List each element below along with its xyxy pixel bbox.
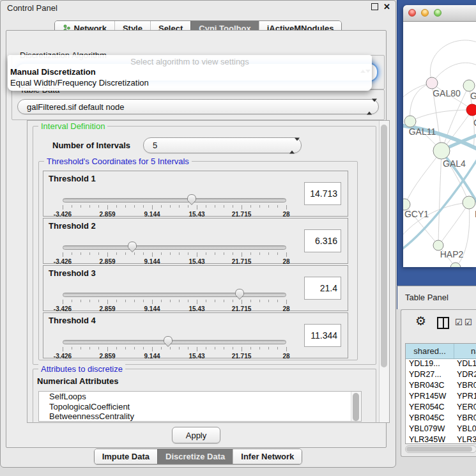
table-cell[interactable]: YER0 — [454, 403, 476, 413]
table-cell[interactable]: YLR345W — [406, 435, 454, 444]
slider-thumb[interactable] — [187, 194, 197, 206]
column-header-name[interactable]: na — [454, 344, 476, 358]
table-cell[interactable]: YBL079W — [406, 424, 454, 435]
tick — [277, 252, 278, 255]
table-row[interactable]: YBR045CYBR0 — [406, 413, 476, 424]
table-cell[interactable]: YBR045C — [406, 413, 454, 424]
slider-thumb[interactable] — [163, 335, 173, 348]
table-cell[interactable]: YBL0 — [454, 424, 476, 435]
slider-thumb[interactable] — [234, 288, 245, 300]
tick — [143, 252, 144, 255]
threshold-slider[interactable]: -3.4262.8599.14415.4321.71528 — [63, 239, 286, 263]
close-traffic-light-icon[interactable] — [408, 9, 416, 17]
checkbox-icon[interactable]: ☑ — [464, 318, 472, 326]
slider-track[interactable] — [63, 245, 286, 250]
scrollbar-thumb[interactable] — [353, 393, 359, 421]
gear-icon[interactable]: ⚙ — [415, 315, 426, 327]
table-row[interactable]: YPR145WYPR1 — [406, 392, 476, 403]
threshold-slider[interactable]: -3.4262.8599.14415.4321.71528 — [63, 192, 286, 216]
scrollbar-thumb[interactable] — [381, 125, 387, 367]
table-cell[interactable]: YDL1 — [454, 359, 476, 370]
table-cell[interactable]: YBR043C — [406, 381, 454, 392]
zoom-traffic-light-icon[interactable] — [434, 9, 441, 17]
table-cell[interactable]: YBR0 — [454, 381, 476, 392]
slider-track[interactable] — [63, 198, 286, 203]
table-cell[interactable]: YBR0 — [454, 413, 476, 424]
column-layout-icon[interactable] — [437, 317, 449, 329]
tick — [277, 205, 278, 208]
network-node[interactable] — [463, 196, 475, 209]
threshold-slider[interactable]: -3.4262.8599.14415.4321.71528 — [63, 334, 286, 358]
network-edge — [410, 83, 431, 121]
table-row[interactable]: YBR043CYBR0 — [406, 381, 476, 392]
tick — [116, 300, 117, 302]
table-row[interactable]: YBL079WYBL0 — [406, 424, 476, 435]
table-cell[interactable]: YER054C — [406, 403, 454, 413]
tick — [242, 347, 242, 351]
table-horizontal-scrollbar[interactable] — [405, 445, 476, 453]
attribute-list-item[interactable]: SelfLoops — [39, 392, 361, 402]
network-node[interactable] — [463, 80, 475, 91]
network-view-window[interactable]: GAL80GACGAL11GAL4GCY1HHAP2 — [403, 5, 476, 267]
tick — [161, 347, 162, 349]
thresholds-group-title: Threshold's Coordinates for 5 Intervals — [44, 157, 192, 166]
threshold-value-input[interactable] — [304, 277, 341, 300]
attribute-list-item[interactable]: BetweennessCentrality — [39, 411, 361, 422]
slider-track[interactable] — [63, 293, 286, 297]
attribute-list-item[interactable]: TopologicalCoefficient — [39, 402, 361, 412]
float-window-icon[interactable] — [371, 3, 378, 10]
tab-discretize-data[interactable]: Discretize Data — [157, 449, 233, 464]
control-panel-window: Control Panel ✕ NetworkStyleSelectCyni T… — [0, 0, 396, 468]
scrollbar-thumb[interactable] — [406, 447, 472, 452]
table-row[interactable]: YLR345WYLR3 — [406, 435, 476, 444]
threshold-value-input[interactable] — [304, 182, 341, 205]
table-cell[interactable]: YDR2 — [454, 370, 476, 381]
table-panel-titlebar[interactable]: Table Panel — [397, 286, 476, 309]
table-row[interactable]: YDR27...YDR2 — [406, 370, 476, 381]
tick — [242, 300, 242, 304]
attributes-list-scrollbar[interactable] — [351, 392, 361, 421]
checkbox-icon[interactable]: ☑ — [455, 318, 463, 326]
threshold-value-input[interactable] — [304, 324, 341, 347]
close-icon[interactable]: ✕ — [383, 3, 390, 10]
tab-infer-network[interactable]: Infer Network — [233, 449, 302, 464]
slider-track[interactable] — [63, 340, 286, 344]
dropdown-option-equal-width[interactable]: Equal Width/Frequency Discretization — [10, 78, 149, 88]
table-cell[interactable]: YPR1 — [454, 392, 476, 403]
minimize-traffic-light-icon[interactable] — [421, 9, 429, 17]
table-cell[interactable]: YDL19... — [406, 359, 454, 370]
column-header-shared-name[interactable]: shared... — [406, 344, 454, 358]
window-title: Control Panel — [7, 3, 58, 13]
control-panel-titlebar[interactable]: Control Panel ✕ — [1, 1, 395, 15]
network-node[interactable] — [466, 104, 476, 116]
apply-button[interactable]: Apply — [172, 427, 220, 443]
tick — [152, 205, 153, 210]
threshold-slider[interactable]: -3.4262.8599.14415.4321.71528 — [63, 286, 286, 311]
network-canvas[interactable]: GAL80GACGAL11GAL4GCY1HHAP2 — [403, 21, 476, 267]
table-cell[interactable]: YDR27... — [406, 370, 454, 381]
number-of-intervals-combobox[interactable]: 5 — [143, 137, 302, 153]
settings-vertical-scrollbar[interactable] — [379, 121, 389, 422]
tick — [233, 300, 233, 302]
tick — [107, 300, 108, 304]
table-row[interactable]: YDL19...YDL1 — [406, 359, 476, 370]
network-node[interactable] — [404, 116, 416, 127]
numerical-attributes-list[interactable]: SelfLoopsTopologicalCoefficientBetweenne… — [38, 391, 362, 422]
tab-impute-data[interactable]: Impute Data — [95, 449, 157, 464]
tick-label: -3.426 — [54, 353, 72, 360]
slider-ticks — [63, 205, 286, 210]
tick — [215, 300, 215, 302]
network-window-titlebar[interactable] — [403, 5, 476, 22]
network-node[interactable] — [433, 142, 450, 159]
slider-thumb[interactable] — [127, 241, 137, 253]
table-cell[interactable]: YPR145W — [406, 392, 454, 403]
dropdown-option-manual-discretization[interactable]: Manual Discretization — [10, 67, 96, 77]
network-node[interactable] — [426, 77, 438, 89]
tick — [116, 347, 117, 349]
tick — [161, 300, 162, 302]
table-row[interactable]: YER054CYER0 — [406, 403, 476, 413]
threshold-value-input[interactable] — [304, 229, 341, 252]
tick — [286, 347, 287, 351]
table-data-combobox[interactable]: galFiltered.sif default node — [17, 99, 379, 114]
table-cell[interactable]: YLR3 — [454, 435, 476, 444]
